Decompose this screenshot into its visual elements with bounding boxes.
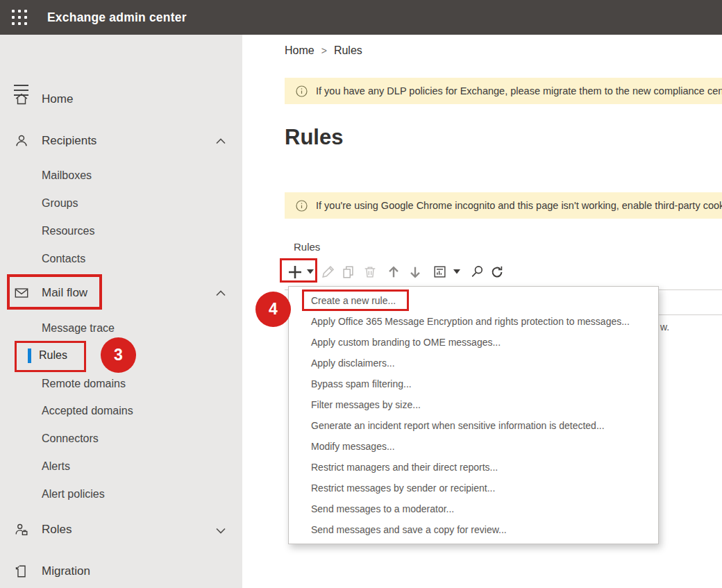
search-button[interactable]: [469, 262, 487, 282]
menu-item-create-new-rule[interactable]: Create a new rule...: [289, 290, 658, 311]
breadcrumb-separator: >: [321, 45, 327, 56]
menu-item-bypass-spam[interactable]: Bypass spam filtering...: [289, 373, 658, 394]
sidebar-item-resources[interactable]: Resources: [0, 217, 242, 245]
chevron-up-icon[interactable]: [215, 136, 226, 147]
sidebar-item-label: Remote domains: [42, 378, 126, 390]
report-button[interactable]: [431, 262, 449, 282]
chevron-down-icon[interactable]: [215, 525, 226, 536]
sidebar-item-label: Resources: [42, 225, 94, 237]
copy-icon: [341, 264, 356, 280]
annotation-step-4-badge: 4: [255, 292, 291, 327]
breadcrumb: Home > Rules: [285, 44, 362, 57]
trash-icon: [362, 264, 378, 280]
sidebar-item-contacts[interactable]: Contacts: [0, 245, 242, 273]
breadcrumb-home[interactable]: Home: [285, 44, 314, 57]
info-icon: [296, 85, 308, 97]
menu-item-restrict-managers[interactable]: Restrict managers and their direct repor…: [289, 457, 658, 478]
sidebar-item-migration[interactable]: Migration: [0, 557, 242, 585]
sidebar-item-label: Recipients: [42, 134, 96, 148]
menu-item-modify-messages[interactable]: Modify messages...: [289, 436, 658, 457]
sidebar-item-message-trace[interactable]: Message trace: [0, 314, 242, 342]
background-text-fragment: w.: [660, 321, 669, 333]
roles-person-icon: [14, 522, 29, 537]
menu-item-ome-encryption[interactable]: Apply Office 365 Message Encryption and …: [289, 311, 658, 332]
plus-icon: [287, 264, 303, 280]
dlp-info-banner: If you have any DLP policies for Exchang…: [285, 78, 722, 104]
breadcrumb-current[interactable]: Rules: [334, 44, 362, 57]
sidebar-item-accepted-domains[interactable]: Accepted domains: [0, 397, 242, 425]
sidebar-item-groups[interactable]: Groups: [0, 190, 242, 217]
app-title: Exchange admin center: [47, 10, 187, 25]
app-launcher-icon[interactable]: [12, 10, 27, 25]
menu-item-ome-branding[interactable]: Apply custom branding to OME messages...: [289, 332, 658, 353]
arrow-down-icon: [408, 264, 423, 280]
menu-item-incident-report[interactable]: Generate an incident report when sensiti…: [289, 415, 658, 436]
sidebar-item-remote-domains[interactable]: Remote domains: [0, 370, 242, 398]
copy-rule-button[interactable]: [339, 262, 358, 282]
search-icon: [470, 264, 485, 280]
envelope-icon: [14, 285, 29, 301]
sidebar-item-label: Groups: [42, 197, 78, 210]
selected-indicator: [28, 348, 31, 363]
sidebar-item-label: Alert policies: [42, 488, 105, 501]
move-down-button[interactable]: [406, 262, 424, 282]
sidebar-item-recipients[interactable]: Recipients: [0, 127, 242, 155]
menu-item-save-copy-review[interactable]: Send messages and save a copy for review…: [289, 519, 658, 540]
page-title: Rules: [285, 125, 343, 150]
sidebar-item-label: Connectors: [42, 432, 99, 445]
banner-text: If you're using Google Chrome incognito …: [316, 200, 722, 211]
menu-item-filter-by-size[interactable]: Filter messages by size...: [289, 394, 658, 415]
refresh-button[interactable]: [488, 262, 506, 282]
sidebar-item-alert-policies[interactable]: Alert policies: [0, 480, 242, 508]
menu-item-restrict-sender-recipient[interactable]: Restrict messages by sender or recipient…: [289, 478, 658, 498]
sidebar-item-label: Mail flow: [42, 286, 87, 300]
sidebar-item-mailboxes[interactable]: Mailboxes: [0, 162, 242, 190]
pencil-icon: [321, 264, 337, 280]
sidebar-item-label: Contacts: [42, 253, 85, 265]
sidebar-item-label: Accepted domains: [42, 405, 133, 417]
sidebar-item-label: Message trace: [42, 322, 115, 335]
new-rule-button[interactable]: [286, 262, 304, 282]
sidebar-item-label: Mailboxes: [42, 169, 92, 182]
migration-document-icon: [14, 564, 29, 579]
sidebar-item-alerts[interactable]: Alerts: [0, 453, 242, 480]
sidebar-item-roles[interactable]: Roles: [0, 516, 242, 544]
chrome-info-banner: If you're using Google Chrome incognito …: [285, 192, 722, 219]
sidebar-item-mail-flow[interactable]: Mail flow: [0, 279, 242, 307]
rules-list-label: Rules: [294, 241, 320, 253]
sidebar-item-rules[interactable]: Rules: [0, 342, 242, 369]
home-icon: [14, 92, 29, 107]
arrow-up-icon: [386, 264, 401, 280]
new-rule-dropdown-menu: Create a new rule... Apply Office 365 Me…: [288, 286, 659, 544]
sidebar-item-label: Home: [42, 92, 73, 106]
sidebar-item-label: Rules: [39, 349, 67, 362]
chevron-up-icon[interactable]: [215, 288, 226, 299]
sidebar-item-label: Roles: [42, 523, 72, 537]
refresh-icon: [489, 264, 505, 280]
sidebar-item-label: Alerts: [42, 460, 70, 473]
edit-rule-button[interactable]: [320, 262, 338, 282]
caret-down-icon[interactable]: [453, 269, 460, 275]
person-icon: [14, 133, 29, 149]
topbar: Exchange admin center: [0, 0, 722, 35]
sidebar-item-connectors[interactable]: Connectors: [0, 425, 242, 453]
report-chart-icon: [433, 264, 448, 280]
menu-item-apply-disclaimers[interactable]: Apply disclaimers...: [289, 353, 658, 373]
banner-text: If you have any DLP policies for Exchang…: [316, 85, 722, 96]
delete-rule-button[interactable]: [361, 262, 379, 282]
sidebar-item-home[interactable]: Home: [0, 85, 242, 113]
caret-down-icon[interactable]: [307, 269, 314, 275]
move-up-button[interactable]: [385, 262, 403, 282]
exchange-admin-center-window: Exchange admin center Home Recipients Ma…: [0, 0, 722, 588]
menu-item-send-to-moderator[interactable]: Send messages to a moderator...: [289, 498, 658, 519]
sidebar-item-label: Migration: [42, 564, 90, 578]
info-icon: [296, 200, 308, 212]
sidebar: Home Recipients Mailboxes Groups Resourc…: [0, 35, 242, 588]
